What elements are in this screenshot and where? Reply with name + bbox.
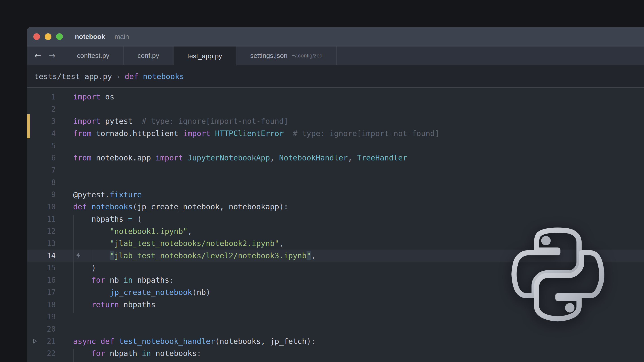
indent-guide [73,215,74,313]
code-token: nbpaths [119,300,156,309]
code-text: r = await jp_fetch("notebooks", path=nbp… [73,360,311,362]
code-token: test_notebook_handler [119,337,215,346]
tab-label: conf.py [138,52,159,59]
tab-bar: ← → conftest.pyconf.pytest_app.pysetting… [27,46,644,65]
code-token: @pytest [73,190,105,199]
line-number: 6 [27,153,56,162]
project-title[interactable]: notebook [75,33,105,40]
code-token: = [128,215,132,223]
code-line[interactable]: 3import pytest # type: ignore[import-not… [27,115,644,127]
code-token [151,361,156,362]
code-token: return [92,300,119,309]
code-token: # type: ignore[import-not-found] [284,129,440,138]
zoom-window-button[interactable] [56,33,63,40]
tab-path-suffix: ~/.config/zed [292,52,323,59]
code-token: path [252,361,274,362]
code-token [73,288,110,297]
git-modified-marker[interactable] [27,114,30,138]
code-token [87,202,91,211]
code-token: nbpaths [132,276,169,285]
code-editor[interactable]: 1import os23import pytest # type: ignore… [27,88,644,362]
code-line[interactable]: 4from tornado.httpclient import HTTPClie… [27,127,644,140]
line-number: 18 [27,300,56,309]
code-line[interactable]: 5 [27,140,644,152]
minimize-window-button[interactable] [45,33,52,40]
code-line[interactable]: 2 [27,103,644,115]
code-token: ) [206,288,210,297]
tab-settings.json[interactable]: settings.json~/.config/zed [236,46,337,65]
code-token: for [92,276,105,285]
code-token: jp_fetch [156,361,192,362]
code-token: NotebookHandler [279,153,348,162]
code-token: ): [306,337,316,346]
tab-test_app.py[interactable]: test_app.py [174,46,236,66]
run-test-play-icon[interactable] [32,338,38,344]
code-token: , [311,251,316,260]
code-token: jlab_test_notebooks/level2/notebook3.ipy… [114,251,306,260]
line-number: 9 [27,190,56,199]
code-line[interactable]: 8 [27,176,644,189]
back-button[interactable]: ← [34,52,41,60]
code-token: = [274,361,279,362]
tab-conf.py[interactable]: conf.py [124,46,174,65]
tab-conftest.py[interactable]: conftest.py [63,46,124,65]
code-text: jp_create_notebook(nb) [73,286,210,299]
line-number: 17 [27,288,56,297]
code-line[interactable]: 20 [27,323,644,335]
window-titlebar[interactable]: notebook main [27,27,644,46]
code-token: ( [215,337,220,346]
code-token: from [73,153,92,162]
forward-button[interactable]: → [49,52,56,60]
code-token: tornado.httpclient [92,129,183,138]
code-token [73,276,92,285]
code-line[interactable]: 6from notebook.app import JupyterNoteboo… [27,152,644,164]
traffic-lights [33,33,63,40]
code-text: ) [73,262,96,274]
code-token: "notebooks" [197,361,247,362]
line-number: 19 [27,312,56,321]
line-number: 4 [27,129,56,138]
code-text: def notebooks(jp_create_notebook, notebo… [73,201,288,213]
history-nav: ← → [27,46,63,65]
breadcrumb-symbol-keyword: def [124,72,138,81]
desktop-background: notebook main ← → conftest.pyconf.pytest… [0,0,644,362]
code-action-lightning-icon[interactable] [75,252,82,259]
code-token: for [92,349,105,358]
line-number: 7 [27,166,56,175]
line-number: 14 [27,251,56,260]
code-token: in [142,349,151,358]
line-number: 10 [27,202,56,211]
line-number: 13 [27,239,56,248]
code-token: ): [279,202,288,211]
code-line[interactable]: 22 for nbpath in notebooks: [27,347,644,360]
code-token: HTTPClientError [210,129,284,138]
git-branch-label[interactable]: main [114,33,129,40]
code-token: , [279,239,284,248]
code-token: jp_create_notebook [110,288,192,297]
breadcrumb[interactable]: tests/test_app.py › def notebooks [27,65,644,88]
code-text: "notebook1.ipynb", [73,225,192,238]
code-token: def [73,202,87,211]
code-token: r [73,361,119,362]
code-token: notebooks, jp_fetch [220,337,306,346]
code-token: nb [105,276,124,285]
code-token: "jlab_test_notebooks/notebook2.ipynb" [110,239,279,248]
code-token: nb [197,288,206,297]
code-line[interactable]: 10def notebooks(jp_create_notebook, note… [27,201,644,213]
code-line[interactable]: 1import os [27,91,644,103]
close-window-button[interactable] [33,33,40,40]
code-token: : [169,276,174,285]
code-token: " [306,251,311,260]
code-token: import [156,153,183,162]
code-line[interactable]: 7 [27,164,644,176]
code-token: async [73,337,96,346]
code-line[interactable]: 21async def test_notebook_handler(notebo… [27,335,644,348]
indent-guide [92,227,92,264]
code-line[interactable]: 23 r = await jp_fetch("notebooks", path=… [27,360,644,362]
code-token: notebook.app [92,153,156,162]
code-line[interactable]: 9@pytest.fixture [27,189,644,201]
code-text: from tornado.httpclient import HTTPClien… [73,127,440,140]
code-text: for nb in nbpaths: [73,274,174,286]
code-token: nbpaths [73,215,128,223]
code-text: for nbpath in notebooks: [73,347,201,360]
